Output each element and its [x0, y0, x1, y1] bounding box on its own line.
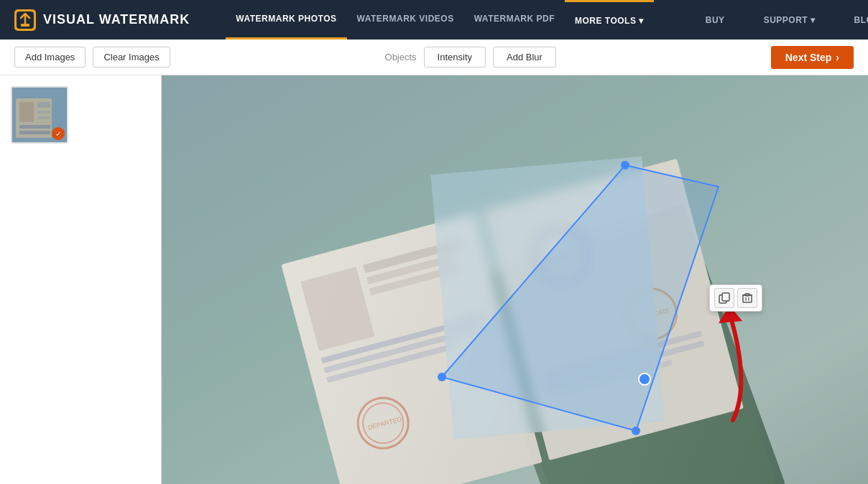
svg-rect-5: [19, 102, 34, 122]
nav-watermark-videos[interactable]: WATERMARK VIDEOS: [347, 0, 464, 39]
logo-area[interactable]: VISUAL WATERMARK: [14, 9, 190, 31]
svg-rect-2: [21, 24, 29, 27]
svg-rect-7: [37, 111, 50, 113]
image-thumbnail[interactable]: ✓: [11, 86, 68, 144]
toolbar: Add Images Clear Images Objects Intensit…: [0, 39, 868, 75]
sidebar: ✓: [0, 75, 162, 484]
logo-text: VISUAL WATERMARK: [43, 12, 190, 27]
intensity-button[interactable]: Intensity: [424, 47, 486, 68]
add-blur-button[interactable]: Add Blur: [493, 47, 556, 68]
nav-more-tools[interactable]: MORE TOOLS ▾: [565, 0, 654, 39]
delete-object-button[interactable]: [737, 288, 757, 308]
thumbnail-check: ✓: [52, 127, 65, 140]
copy-object-button[interactable]: [714, 288, 734, 308]
next-step-button[interactable]: Next Step ›: [771, 46, 854, 69]
object-toolbar: [709, 284, 762, 312]
svg-rect-6: [37, 102, 50, 108]
svg-rect-10: [19, 131, 50, 134]
logo-icon: [14, 9, 36, 31]
nav-support[interactable]: SUPPORT ▾: [755, 0, 824, 39]
toolbar-center: Objects Intensity Add Blur: [177, 47, 764, 68]
nav-blog[interactable]: BLOG ▾: [845, 0, 868, 39]
nav-links: WATERMARK PHOTOS WATERMARK VIDEOS WATERM…: [226, 0, 653, 39]
svg-rect-8: [37, 116, 50, 119]
main-area: ✓: [0, 75, 868, 484]
svg-rect-9: [19, 125, 50, 129]
navbar: VISUAL WATERMARK WATERMARK PHOTOS WATERM…: [0, 0, 868, 39]
nav-watermark-pdf[interactable]: WATERMARK PDF: [464, 0, 565, 39]
passport-background: PASSPORT DEPARTED: [162, 75, 868, 484]
nav-buy[interactable]: BUY: [697, 0, 734, 39]
svg-rect-39: [722, 293, 729, 301]
clear-images-button[interactable]: Clear Images: [93, 47, 170, 68]
add-images-button[interactable]: Add Images: [14, 47, 86, 68]
objects-tab[interactable]: Objects: [385, 52, 417, 62]
canvas-area[interactable]: PASSPORT DEPARTED: [162, 75, 868, 484]
nav-watermark-photos[interactable]: WATERMARK PHOTOS: [226, 0, 346, 39]
